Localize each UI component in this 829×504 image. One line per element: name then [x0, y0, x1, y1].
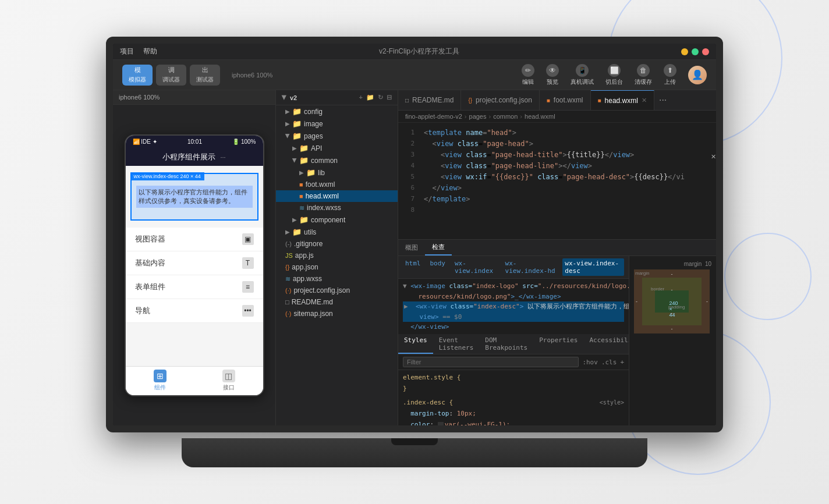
devtools-tab-preview[interactable]: 概图 [398, 240, 425, 255]
device-name: iphone6 100% [119, 94, 160, 101]
list-item-form[interactable]: 表单组件 ≡ [126, 275, 263, 299]
utils-folder-icon: 📁 [292, 228, 302, 236]
phone-nav-header: 小程序组件展示 ··· ✕ [126, 148, 263, 166]
tree-item-lib[interactable]: ▶ 📁 lib [276, 166, 398, 179]
index-wxss-icon: ≋ [299, 204, 304, 212]
tree-item-gitignore[interactable]: (-) .gitignore [276, 238, 398, 250]
toolbar-background[interactable]: ⬜ 切后台 [605, 64, 623, 86]
tree-item-common[interactable]: ▶ 📁 common [276, 154, 398, 166]
line-num-1: 1 [398, 127, 414, 139]
head-wxml-icon: ■ [299, 193, 303, 200]
tree-item-app-wxss[interactable]: ≋ app.wxss [276, 273, 398, 285]
tree-item-component[interactable]: ▶ 📁 component [276, 214, 398, 226]
laptop-screen: 项目 帮助 v2-FinClip小程序开发工具 模 模拟器 调 [113, 44, 716, 425]
breadcrumb-sep-1: › [489, 113, 491, 120]
project-config-tab-icon: {} [468, 97, 472, 104]
api-chevron: ▶ [292, 145, 297, 151]
win-close[interactable] [702, 48, 709, 55]
tree-item-app-js[interactable]: JS app.js [276, 250, 398, 261]
foot-wxml-icon: ■ [299, 181, 303, 188]
tree-item-readme[interactable]: □ README.md [276, 296, 398, 308]
toolbar-clear-cache[interactable]: 🗑 清缓存 [635, 64, 652, 86]
devtools-tab-elements[interactable]: 检查 [425, 240, 452, 255]
win-minimize[interactable] [681, 48, 688, 55]
tab-readme[interactable]: □ README.md [398, 90, 461, 110]
toolbar-preview[interactable]: 👁 预览 [546, 64, 559, 86]
box-model-panel: margin 10 margin border padding [629, 256, 716, 425]
tree-item-pages[interactable]: ▶ 📁 pages [276, 130, 398, 142]
toolbar-upload[interactable]: ⬆ 上传 [664, 64, 676, 86]
tab-close-head-wxml[interactable]: ✕ [642, 97, 647, 104]
tree-item-foot-wxml[interactable]: ■ foot.wxml [276, 179, 398, 190]
dom-tag-wx-view-index[interactable]: wx-view.index [452, 258, 498, 276]
phone-nav-item-component[interactable]: ⊞ 组件 [126, 367, 194, 395]
filetree-actions: + 📁 ↻ ⊟ [359, 94, 392, 101]
edit-icon: ✏ [522, 64, 534, 77]
dom-line-3: ▶ <wx-view class="index-desc"> 以下将展示小程序官… [403, 301, 624, 312]
tab-head-wxml[interactable]: ■ head.wxml ✕ [591, 90, 654, 110]
subtab-accessibility[interactable]: Accessibility [583, 334, 629, 354]
preview-icon: 👁 [546, 64, 559, 77]
code-lines: 1 2 3 4 5 6 7 8 <templa [398, 123, 716, 239]
user-avatar[interactable]: 👤 [688, 66, 707, 84]
edit-label: 编辑 [522, 78, 534, 86]
dom-tag-html[interactable]: html [403, 258, 423, 276]
component-folder-icon: 📁 [299, 215, 309, 224]
code-editor[interactable]: 1 2 3 4 5 6 7 8 <templa [398, 123, 716, 239]
list-item-view-container[interactable]: 视图容器 ▣ [126, 228, 263, 251]
toolbar-device-debug[interactable]: 📱 真机调试 [571, 64, 594, 86]
mode-test-button[interactable]: 出 测试器 [190, 65, 220, 86]
dom-tag-wx-view-index-hd[interactable]: wx-view.index-hd [503, 258, 558, 276]
filter-pseudo-hover[interactable]: :hov [582, 359, 598, 366]
dom-tag-body[interactable]: body [428, 258, 448, 276]
code-line-4: <view class="page-head-line"></view> [424, 161, 716, 172]
project-config-tab-label: project.config.json [476, 96, 532, 104]
readme-tab-label: README.md [412, 96, 454, 104]
filter-pseudo-cls[interactable]: .cls [601, 359, 617, 366]
subtab-styles[interactable]: Styles [398, 334, 433, 354]
tree-item-index-wxss[interactable]: ≋ index.wxss [276, 202, 398, 214]
mode-simulator-button[interactable]: 模 模拟器 [122, 65, 153, 86]
tree-item-api[interactable]: ▶ 📁 API [276, 142, 398, 154]
dom-tag-wx-view-index-desc[interactable]: wx-view.index-desc [562, 258, 624, 276]
tab-project-config[interactable]: {} project.config.json [461, 90, 539, 110]
tree-item-utils[interactable]: ▶ 📁 utils [276, 226, 398, 238]
subtab-event-listeners[interactable]: Event Listeners [433, 334, 480, 354]
avatar-image: 👤 [688, 66, 707, 84]
subtab-properties[interactable]: Properties [533, 334, 583, 354]
phone-nav-more[interactable]: ··· [220, 154, 225, 161]
filter-add-style[interactable]: + [620, 359, 624, 366]
filetree-refresh[interactable]: ↻ [378, 94, 383, 101]
tab-more-button[interactable]: ··· [654, 95, 671, 105]
filetree-collapse[interactable]: ⊟ [387, 94, 392, 101]
mode-simulator-icon: 模 [134, 66, 141, 74]
toolbar-edit[interactable]: ✏ 编辑 [522, 64, 534, 86]
styles-subtabs: Styles Event Listeners DOM Breakpoints P… [398, 334, 629, 354]
phone-nav-item-api[interactable]: ◫ 接口 [194, 367, 263, 395]
simulator-panel: iphone6 100% 📶 IDE ✦ 10:01 🔋 100% [113, 90, 276, 425]
tree-item-sitemap[interactable]: (·) sitemap.json [276, 308, 398, 320]
filetree-add-folder[interactable]: 📁 [366, 94, 374, 101]
tree-item-config[interactable]: ▶ 📁 config [276, 105, 398, 118]
list-item-label-2: 表单组件 [135, 282, 165, 292]
upload-icon: ⬆ [664, 64, 676, 77]
styles-filter-input[interactable] [403, 357, 579, 367]
mode-test-icon: 出 [202, 66, 208, 74]
filetree-chevron: ▶ [281, 95, 288, 100]
mode-debug-button[interactable]: 调 调试器 [156, 65, 186, 86]
device-debug-label: 真机调试 [571, 78, 594, 86]
list-item-nav[interactable]: 导航 ••• [126, 299, 263, 323]
filetree-add-file[interactable]: + [359, 94, 363, 101]
image-label: image [304, 120, 323, 128]
tree-item-head-wxml[interactable]: ■ head.wxml [276, 190, 398, 202]
tree-item-app-json[interactable]: {} app.json [276, 261, 398, 273]
win-maximize[interactable] [692, 48, 699, 55]
list-item-basic-content[interactable]: 基础内容 T [126, 251, 263, 275]
tree-item-image[interactable]: ▶ 📁 image [276, 118, 398, 130]
menu-item-project[interactable]: 项目 [120, 47, 134, 56]
menu-item-help[interactable]: 帮助 [143, 47, 157, 56]
tree-item-project-config[interactable]: (·) project.config.json [276, 285, 398, 296]
subtab-dom-breakpoints[interactable]: DOM Breakpoints [479, 334, 533, 354]
clear-cache-icon: 🗑 [637, 64, 650, 77]
tab-foot-wxml[interactable]: ■ foot.wxml [540, 90, 591, 110]
